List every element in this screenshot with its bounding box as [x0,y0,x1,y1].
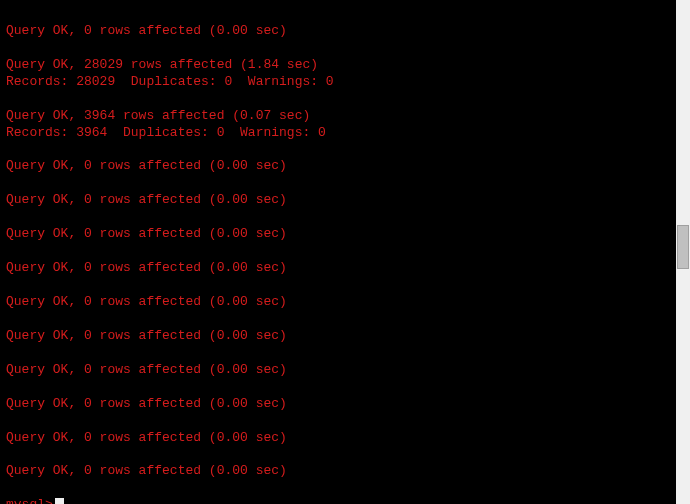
cursor [55,498,64,504]
output-line: Query OK, 0 rows affected (0.00 sec) [6,260,670,277]
blank-line [6,413,670,430]
blank-line [6,6,670,23]
output-line: Query OK, 0 rows affected (0.00 sec) [6,226,670,243]
output-line: Query OK, 0 rows affected (0.00 sec) [6,23,670,40]
blank-line [6,480,670,497]
output-line: Records: 3964 Duplicates: 0 Warnings: 0 [6,125,670,142]
blank-line [6,243,670,260]
output-line: Query OK, 28029 rows affected (1.84 sec) [6,57,670,74]
output-line: Query OK, 0 rows affected (0.00 sec) [6,463,670,480]
blank-line [6,345,670,362]
vertical-scrollbar-thumb[interactable] [677,225,689,269]
blank-line [6,446,670,463]
prompt-text: mysql> [6,497,53,504]
prompt-line[interactable]: mysql> [6,497,670,504]
blank-line [6,209,670,226]
output-line: Query OK, 0 rows affected (0.00 sec) [6,430,670,447]
blank-line [6,379,670,396]
output-line: Query OK, 0 rows affected (0.00 sec) [6,294,670,311]
blank-line [6,141,670,158]
output-line: Query OK, 3964 rows affected (0.07 sec) [6,108,670,125]
blank-line [6,175,670,192]
blank-line [6,277,670,294]
output-line: Query OK, 0 rows affected (0.00 sec) [6,328,670,345]
blank-line [6,91,670,108]
output-line: Query OK, 0 rows affected (0.00 sec) [6,396,670,413]
vertical-scrollbar-track[interactable] [676,0,690,504]
output-line: Query OK, 0 rows affected (0.00 sec) [6,362,670,379]
output-line: Query OK, 0 rows affected (0.00 sec) [6,192,670,209]
output-line: Records: 28029 Duplicates: 0 Warnings: 0 [6,74,670,91]
blank-line [6,311,670,328]
blank-line [6,40,670,57]
output-line: Query OK, 0 rows affected (0.00 sec) [6,158,670,175]
terminal-output[interactable]: Query OK, 0 rows affected (0.00 sec)Quer… [0,0,676,504]
